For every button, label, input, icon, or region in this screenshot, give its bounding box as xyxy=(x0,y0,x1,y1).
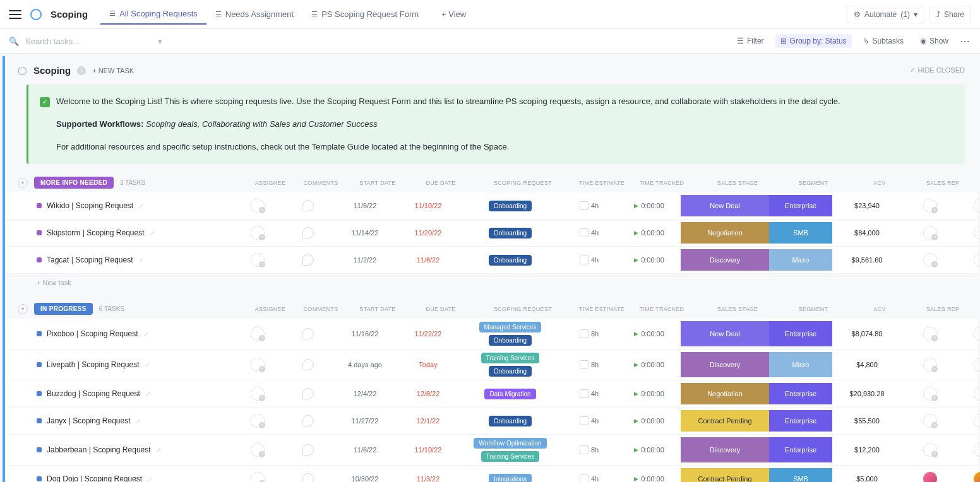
expand-icon[interactable]: ⤢ xyxy=(145,362,150,368)
more-icon[interactable]: ⋯ xyxy=(960,35,971,47)
time-tracked[interactable]: 0:00:00 xyxy=(618,446,681,454)
time-tracked[interactable]: 0:00:00 xyxy=(618,229,681,237)
due-date[interactable]: 11/20/22 xyxy=(397,229,460,237)
sales-stage[interactable]: New Deal xyxy=(681,321,769,346)
subtasks-button[interactable]: ↳Subtasks xyxy=(858,34,909,48)
segment[interactable]: SMB xyxy=(769,468,832,482)
tag[interactable]: Training Services xyxy=(481,353,540,363)
tag[interactable]: Data Migration xyxy=(484,389,535,399)
sales-stage[interactable]: New Deal xyxy=(681,195,769,216)
time-tracked[interactable]: 0:00:00 xyxy=(618,475,681,482)
task-row[interactable]: Skipstorm | Scoping Request⤢ 11/14/22 11… xyxy=(5,220,977,247)
assignee-placeholder[interactable] xyxy=(974,414,980,428)
time-estimate[interactable]: 8h xyxy=(561,360,618,369)
task-name[interactable]: Livepath | Scoping Request xyxy=(47,360,140,369)
status-square-icon[interactable] xyxy=(37,257,42,262)
column-header[interactable]: START DATE xyxy=(346,180,409,186)
task-name[interactable]: Janyx | Scoping Request xyxy=(47,416,131,425)
task-row[interactable]: Wikido | Scoping Request⤢ 11/6/22 11/10/… xyxy=(5,192,977,220)
column-header[interactable]: START DATE xyxy=(346,306,409,312)
tab-all-scoping-requests[interactable]: ☰ All Scoping Requests xyxy=(100,4,206,25)
time-estimate[interactable]: 4h xyxy=(561,474,618,482)
acv-value[interactable]: $84,000 xyxy=(832,229,902,237)
expand-icon[interactable]: ⤢ xyxy=(150,230,155,237)
column-header[interactable]: SALES STAGE xyxy=(693,306,782,312)
task-row[interactable]: Livepath | Scoping Request⤢ 4 days ago T… xyxy=(5,350,977,380)
expand-icon[interactable]: ⤢ xyxy=(138,257,143,264)
assignee-placeholder[interactable] xyxy=(974,443,980,457)
start-date[interactable]: 4 days ago xyxy=(333,361,397,368)
hide-closed-button[interactable]: ✓ HIDE CLOSED xyxy=(910,66,965,74)
search-input[interactable] xyxy=(25,37,152,46)
group-by-button[interactable]: ⊞Group by: Status xyxy=(775,34,852,48)
segment[interactable]: Micro xyxy=(769,249,832,271)
share-button[interactable]: ⤴ Share xyxy=(929,6,971,23)
column-header[interactable]: SCOPING REQUEST xyxy=(472,180,573,186)
task-name[interactable]: Pixoboo | Scoping Request xyxy=(47,329,138,338)
collapse-group-icon[interactable]: ▾ xyxy=(18,178,28,188)
time-estimate[interactable]: 4h xyxy=(561,201,618,210)
column-header[interactable]: CSM xyxy=(971,180,980,186)
status-pill[interactable]: IN PROGRESS xyxy=(34,303,93,315)
column-header[interactable]: TIME ESTIMATE xyxy=(573,180,630,186)
column-header[interactable]: SALES STAGE xyxy=(693,180,782,186)
acv-value[interactable]: $55,500 xyxy=(832,417,902,425)
task-name[interactable]: Tagcat | Scoping Request xyxy=(47,256,133,264)
comment-icon[interactable] xyxy=(302,444,314,456)
comment-icon[interactable] xyxy=(302,388,314,399)
status-square-icon[interactable] xyxy=(37,447,42,452)
assignee-placeholder[interactable] xyxy=(251,199,265,213)
due-date[interactable]: 11/8/22 xyxy=(397,256,460,264)
collapse-icon[interactable]: ◯ xyxy=(18,66,27,75)
tag[interactable]: Onboarding xyxy=(489,335,532,346)
filter-button[interactable]: ☰Filter xyxy=(732,34,769,48)
assignee-placeholder[interactable] xyxy=(251,327,265,341)
acv-value[interactable]: $23,940 xyxy=(832,202,902,209)
comment-icon[interactable] xyxy=(302,254,314,266)
comment-icon[interactable] xyxy=(302,227,314,238)
column-header[interactable]: SEGMENT xyxy=(782,306,845,312)
expand-icon[interactable]: ⤢ xyxy=(156,447,161,454)
assignee-placeholder[interactable] xyxy=(251,358,265,372)
assignee-placeholder[interactable] xyxy=(251,253,265,267)
assignee-placeholder[interactable] xyxy=(974,387,980,401)
assignee-placeholder[interactable] xyxy=(923,387,937,401)
start-date[interactable]: 11/27/22 xyxy=(333,417,397,425)
due-date[interactable]: 12/8/22 xyxy=(397,390,460,397)
automate-button[interactable]: ⚙ Automate (1) ▾ xyxy=(847,6,924,23)
time-tracked[interactable]: 0:00:00 xyxy=(618,417,681,425)
assignee-placeholder[interactable] xyxy=(251,472,265,482)
segment[interactable]: Enterprise xyxy=(769,321,832,346)
task-row[interactable]: Pixoboo | Scoping Request⤢ 11/16/22 11/2… xyxy=(5,319,977,350)
new-task-button[interactable]: + NEW TASK xyxy=(92,67,134,74)
time-tracked[interactable]: 0:00:00 xyxy=(618,361,681,368)
expand-icon[interactable]: ⤢ xyxy=(138,203,143,209)
column-header[interactable]: TIME ESTIMATE xyxy=(573,306,630,312)
tag[interactable]: Workflow Optimization xyxy=(474,438,546,449)
start-date[interactable]: 11/16/22 xyxy=(333,330,397,338)
acv-value[interactable]: $9,561.60 xyxy=(832,256,902,264)
comment-icon[interactable] xyxy=(302,200,314,211)
time-tracked[interactable]: 0:00:00 xyxy=(618,256,681,264)
status-square-icon[interactable] xyxy=(37,418,42,423)
assignee-placeholder[interactable] xyxy=(974,358,980,372)
time-tracked[interactable]: 0:00:00 xyxy=(618,390,681,397)
column-header[interactable]: ACV xyxy=(845,180,914,186)
assignee-placeholder[interactable] xyxy=(974,327,980,341)
comment-icon[interactable] xyxy=(302,415,314,426)
column-header[interactable]: DUE DATE xyxy=(409,180,472,186)
assignee-placeholder[interactable] xyxy=(974,253,980,267)
start-date[interactable]: 11/2/22 xyxy=(333,256,397,264)
start-date[interactable]: 11/6/22 xyxy=(333,202,397,209)
assignee-placeholder[interactable] xyxy=(923,414,937,428)
start-date[interactable]: 10/30/22 xyxy=(333,475,397,482)
column-header[interactable]: ASSIGNEE xyxy=(245,180,296,186)
task-name[interactable]: Buzzdog | Scoping Request xyxy=(47,389,140,398)
column-header[interactable]: SALES REP xyxy=(914,180,971,186)
segment[interactable]: Enterprise xyxy=(769,410,832,432)
segment[interactable]: Micro xyxy=(769,352,832,377)
column-header[interactable]: COMMENTS xyxy=(296,306,346,312)
assignee-placeholder[interactable] xyxy=(974,199,980,213)
add-task-button[interactable]: + New task xyxy=(5,274,977,291)
start-date[interactable]: 11/14/22 xyxy=(333,229,397,237)
